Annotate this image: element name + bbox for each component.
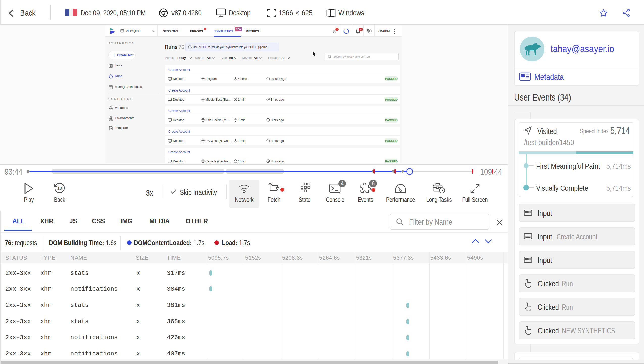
svg-text:10: 10 (57, 186, 62, 191)
